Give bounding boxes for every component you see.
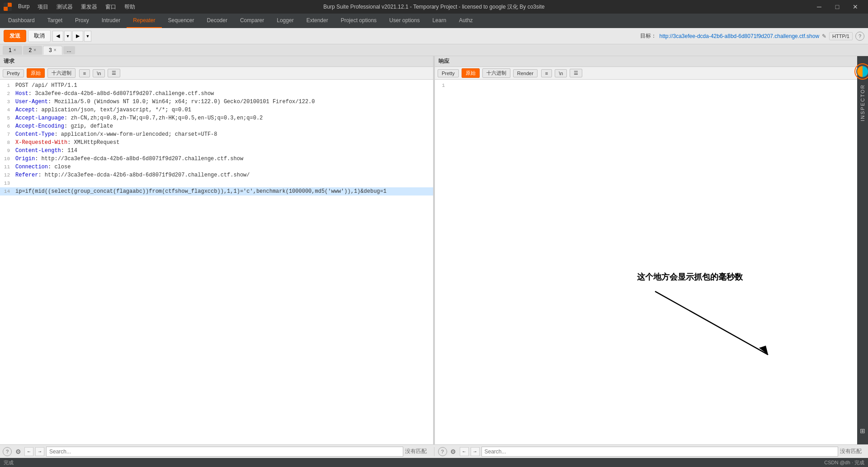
prev-arrow-dropdown[interactable]: ▼ xyxy=(64,31,71,42)
window-controls: ─ □ ✕ xyxy=(810,0,864,14)
app-icon xyxy=(4,3,12,11)
code-line-12: 12 Referer: http://3ca3efee-dcda-42b6-a8… xyxy=(0,171,433,179)
tab-project-options[interactable]: Project options xyxy=(335,14,383,28)
search-divider xyxy=(434,447,434,456)
prev-arrow[interactable]: ◀ xyxy=(52,31,63,42)
menu-project[interactable]: 项目 xyxy=(34,2,52,12)
burp-icon[interactable] xyxy=(854,63,868,80)
close-tab-2[interactable]: × xyxy=(33,48,36,52)
cancel-button[interactable]: 取消 xyxy=(28,30,51,42)
search-next-right[interactable]: → xyxy=(471,447,480,456)
search-help-left[interactable]: ? xyxy=(3,447,12,456)
code-line-7: 7 Content-Type: application/x-www-form-u… xyxy=(0,130,433,138)
code-line-13: 13 xyxy=(0,179,433,187)
request-tab-pretty[interactable]: Pretty xyxy=(3,69,24,77)
search-input-right[interactable] xyxy=(481,447,839,457)
code-line-6: 6 Accept-Encoding: gzip, deflate xyxy=(0,122,433,130)
repeater-tab-strip: 1 × 2 × 3 × ... xyxy=(0,44,868,56)
request-panel: 请求 Pretty 原始 十六进制 ≡ \n ☰ 1 POST /api/ HT… xyxy=(0,56,434,444)
send-button[interactable]: 发送 xyxy=(4,30,26,42)
target-prefix: 目标： xyxy=(640,32,656,40)
search-help-right[interactable]: ? xyxy=(438,447,447,456)
next-arrow-dropdown[interactable]: ▼ xyxy=(84,31,91,42)
search-prev-left[interactable]: ← xyxy=(24,447,33,456)
minimize-button[interactable]: ─ xyxy=(810,0,828,14)
repeater-tab-1[interactable]: 1 × xyxy=(3,46,22,55)
close-tab-1[interactable]: × xyxy=(14,48,16,52)
tab-sequencer[interactable]: Sequencer xyxy=(162,14,201,28)
request-tab-hex[interactable]: 十六进制 xyxy=(47,68,75,78)
response-code-area[interactable]: 1 这个地方会显示抓包的毫秒数 xyxy=(435,80,868,444)
target-area: 目标： http://3ca3efee-dcda-42b6-a8bd-6d807… xyxy=(640,32,864,41)
menu-burp[interactable]: Burp xyxy=(14,2,33,12)
code-line-4: 4 Accept: application/json, text/javascr… xyxy=(0,106,433,114)
search-next-left[interactable]: → xyxy=(35,447,44,456)
http-version-badge[interactable]: HTTP/1 xyxy=(829,32,853,40)
repeater-tab-3[interactable]: 3 × xyxy=(43,46,62,55)
code-line-9: 9 Content-Length: 114 xyxy=(0,147,433,155)
right-toggle-panel[interactable]: ⊞ xyxy=(857,417,868,444)
search-settings-right[interactable]: ⚙ xyxy=(449,447,458,456)
search-prev-right[interactable]: ← xyxy=(460,447,469,456)
tab-repeater[interactable]: Repeater xyxy=(127,14,161,28)
toolbar: 发送 取消 ◀ ▼ ▶ ▼ 目标： http://3ca3efee-dcda-4… xyxy=(0,28,868,44)
code-line-3: 3 User-Agent: Mozilla/5.0 (Windows NT 10… xyxy=(0,98,433,106)
response-toolbar-list[interactable]: ≡ xyxy=(541,69,552,77)
tab-proxy[interactable]: Proxy xyxy=(69,14,95,28)
tab-authz[interactable]: Authz xyxy=(453,14,479,28)
no-match-right: 没有匹配 xyxy=(840,448,862,455)
maximize-button[interactable]: □ xyxy=(828,0,846,14)
search-settings-left[interactable]: ⚙ xyxy=(14,447,23,456)
menu-items: Burp 项目 测试器 重发器 窗口 帮助 xyxy=(14,2,139,12)
response-tab-pretty[interactable]: Pretty xyxy=(438,69,459,77)
request-toolbar-menu[interactable]: ☰ xyxy=(108,69,120,77)
response-tab-strip: Pretty 原始 十六进制 Render ≡ \n ☰ xyxy=(435,67,868,80)
tab-logger[interactable]: Logger xyxy=(270,14,300,28)
tab-intruder[interactable]: Intruder xyxy=(95,14,127,28)
request-toolbar-list[interactable]: ≡ xyxy=(79,69,90,77)
status-bar: 完成 CSDN @dh · 完成 xyxy=(0,458,868,467)
tab-extender[interactable]: Extender xyxy=(300,14,335,28)
menu-window[interactable]: 窗口 xyxy=(102,2,120,12)
menu-tester[interactable]: 测试器 xyxy=(53,2,76,12)
repeater-tab-more[interactable]: ... xyxy=(63,46,75,54)
status-right: CSDN @dh · 完成 xyxy=(824,459,864,466)
response-tab-render[interactable]: Render xyxy=(513,69,538,77)
response-toolbar-newline[interactable]: \n xyxy=(555,69,567,77)
menu-repeater[interactable]: 重发器 xyxy=(77,2,101,12)
request-tab-raw[interactable]: 原始 xyxy=(27,68,45,78)
close-tab-3[interactable]: × xyxy=(54,48,57,52)
request-panel-header: 请求 xyxy=(0,56,433,67)
code-line-10: 10 Origin: http://3ca3efee-dcda-42b6-a8b… xyxy=(0,155,433,163)
target-url[interactable]: http://3ca3efee-dcda-42b6-a8bd-6d8071f9d… xyxy=(659,33,819,39)
response-panel-header: 响应 xyxy=(435,56,868,67)
tab-user-options[interactable]: User options xyxy=(383,14,426,28)
request-toolbar-newline[interactable]: \n xyxy=(93,69,105,77)
request-code-area[interactable]: 1 POST /api/ HTTP/1.1 2 Host: 3ca3efee-d… xyxy=(0,80,433,444)
repeater-tab-2[interactable]: 2 × xyxy=(23,46,42,55)
response-toolbar-menu[interactable]: ☰ xyxy=(570,69,582,77)
menu-help[interactable]: 帮助 xyxy=(121,2,139,12)
code-line-8: 8 X-Requested-With: XMLHttpRequest xyxy=(0,138,433,147)
tab-dashboard[interactable]: Dashboard xyxy=(2,14,41,28)
help-button[interactable]: ? xyxy=(855,32,864,41)
tab-target[interactable]: Target xyxy=(41,14,69,28)
search-input-left[interactable] xyxy=(46,447,403,457)
tab-learn[interactable]: Learn xyxy=(426,14,453,28)
edit-icon[interactable]: ✎ xyxy=(822,33,826,39)
response-tab-raw[interactable]: 原始 xyxy=(462,68,480,78)
code-line-2: 2 Host: 3ca3efee-dcda-42b6-a8bd-6d8071f9… xyxy=(0,90,433,98)
code-line-1: 1 POST /api/ HTTP/1.1 xyxy=(0,81,433,90)
close-button[interactable]: ✕ xyxy=(846,0,864,14)
inspector-label: INSPECTOR xyxy=(860,84,865,121)
status-text: 完成 xyxy=(4,459,14,466)
bottom-bar: ? ⚙ ← → 没有匹配 ? ⚙ ← → 没有匹配 xyxy=(0,444,868,458)
annotation-arrow xyxy=(637,282,782,364)
next-arrow[interactable]: ▶ xyxy=(72,31,83,42)
annotation-text: 这个地方会显示抓包的毫秒数 xyxy=(637,272,782,282)
response-panel: 响应 Pretty 原始 十六进制 Render ≡ \n ☰ 1 这个地方会显… xyxy=(435,56,868,444)
tab-decoder[interactable]: Decoder xyxy=(201,14,234,28)
svg-line-0 xyxy=(655,291,768,355)
tab-comparer[interactable]: Comparer xyxy=(234,14,270,28)
response-tab-hex[interactable]: 十六进制 xyxy=(482,68,510,78)
